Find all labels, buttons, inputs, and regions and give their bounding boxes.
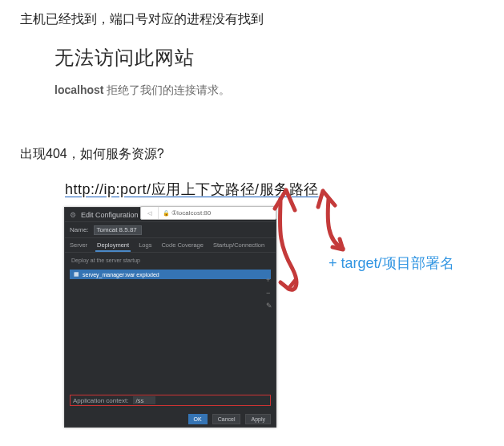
error-subtext: localhost 拒绝了我们的连接请求。: [54, 83, 230, 98]
section2-title: 出现404，如何服务资源?: [20, 146, 164, 163]
ide-name-label: Name:: [70, 226, 89, 233]
tab-server[interactable]: Server: [68, 240, 89, 252]
section1-title: 主机已经找到，端口号对应的进程没有找到: [20, 11, 264, 28]
deploy-item-label: servey_manager:war exploded: [83, 272, 159, 278]
lock-icon: 🔒: [163, 210, 170, 216]
artifact-icon: ▦: [74, 271, 79, 278]
ide-name-input[interactable]: Tomcat 8.5.87: [94, 225, 142, 235]
gear-icon: ⚙: [70, 211, 76, 219]
ide-name-row: Name: Tomcat 8.5.87: [65, 222, 276, 238]
cancel-button[interactable]: Cancel: [212, 414, 241, 424]
ide-tabs: Server Deployment Logs Code Coverage Sta…: [65, 238, 276, 253]
url-example: http://ip:port/应用上下文路径/服务路径: [65, 180, 319, 199]
addrbar-text: ①localcost:80: [171, 209, 211, 217]
back-icon[interactable]: ◁: [147, 210, 151, 217]
plus-icon[interactable]: +: [266, 276, 272, 284]
annotation-target: + target/项目部署名: [329, 253, 454, 273]
ide-footer: OK Cancel Apply: [188, 414, 271, 424]
ide-title: Edit Configuration: [81, 211, 139, 219]
ide-hint: Deploy at the server startup: [65, 253, 276, 268]
app-context-label: Application context:: [73, 397, 128, 404]
application-context-row: Application context: /ss: [70, 395, 271, 406]
tab-code-coverage[interactable]: Code Coverage: [159, 240, 205, 252]
apply-button[interactable]: Apply: [245, 414, 271, 424]
side-toolbar: + − ✎: [266, 276, 272, 310]
minus-icon[interactable]: −: [266, 289, 272, 297]
addrbar-controls: ◁: [141, 207, 159, 219]
tab-startup[interactable]: Startup/Connection: [212, 240, 266, 252]
addrbar-url[interactable]: 🔒①localcost:80: [159, 209, 276, 217]
error-heading: 无法访问此网站: [54, 45, 195, 71]
error-host: localhost: [54, 83, 103, 96]
pencil-icon[interactable]: ✎: [266, 302, 272, 310]
ok-button[interactable]: OK: [188, 414, 208, 424]
ide-config-window: ⚙ Edit Configuration Name: Tomcat 8.5.87…: [64, 207, 276, 428]
app-context-input[interactable]: /ss: [133, 396, 155, 404]
address-bar: ◁ 🔒①localcost:80: [140, 206, 276, 220]
tab-deployment[interactable]: Deployment: [95, 240, 131, 252]
error-rest: 拒绝了我们的连接请求。: [103, 83, 230, 96]
tab-logs[interactable]: Logs: [137, 240, 153, 252]
deploy-item[interactable]: ▦ servey_manager:war exploded: [70, 270, 271, 279]
